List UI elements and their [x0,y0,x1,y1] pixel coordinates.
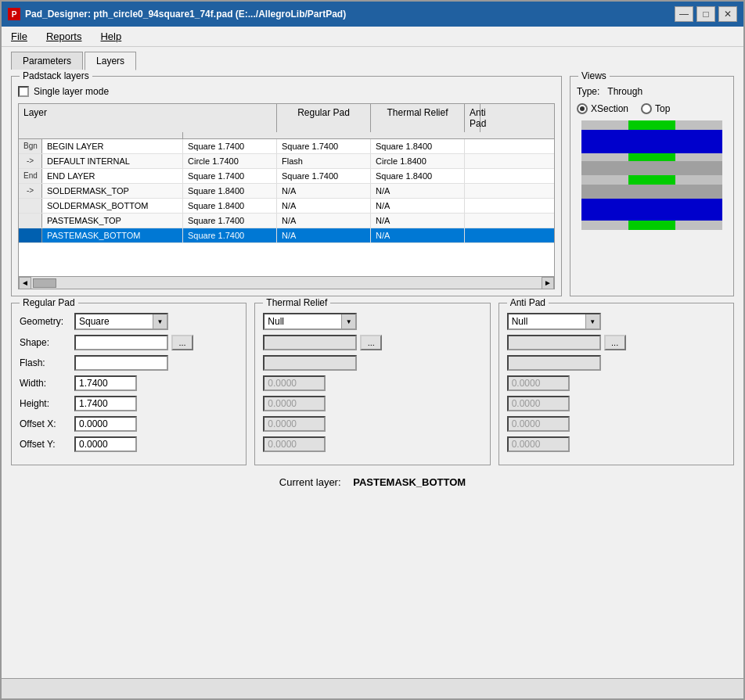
anti-geometry-arrow[interactable]: ▼ [585,314,599,328]
row-thermal-1: Flash [277,154,371,168]
thermal-browse-btn[interactable]: ... [360,335,382,350]
row-layer-3: SOLDERMASK_TOP [42,184,183,198]
row-thermal-6: N/A [277,228,371,242]
geometry-row: Geometry: Square ▼ [20,313,238,330]
scroll-left-arrow[interactable]: ◄ [19,277,31,289]
anti-width-input [507,375,570,391]
table-row[interactable]: -> DEFAULT INTERNAL Circle 1.7400 Flash … [19,154,554,169]
anti-offset-y-input [507,436,570,452]
scroll-thumb-horizontal[interactable] [33,278,56,288]
current-layer-label: Current layer: [279,476,341,488]
shape-input[interactable] [74,335,168,350]
col-scroll-spacer [19,132,183,138]
tab-layers[interactable]: Layers [85,52,136,70]
current-layer-value: PASTEMASK_BOTTOM [353,476,466,488]
anti-offset-y-row [507,436,725,452]
bottom-section: Regular Pad Geometry: Square ▼ Shape: ..… [11,303,734,465]
close-button[interactable]: ✕ [718,6,737,22]
menu-file[interactable]: File [6,29,32,44]
minimize-button[interactable]: — [675,6,693,22]
radio-top-btn[interactable] [641,103,652,114]
single-layer-checkbox[interactable] [18,86,29,97]
table-row[interactable]: -> SOLDERMASK_TOP Square 1.8400 N/A N/A [19,184,554,199]
main-window: P Pad_Designer: pth_circle0_94square1_74… [0,0,745,700]
col-regular: Regular Pad [277,104,371,132]
maximize-button[interactable]: □ [696,6,715,22]
flash-label: Flash: [20,357,74,368]
anti-browse-btn[interactable]: ... [604,335,626,350]
flash-input[interactable] [74,355,168,371]
radio-xsection[interactable]: XSection [577,103,628,114]
offset-x-row: Offset X: [20,416,238,432]
shape-browse-btn[interactable]: ... [171,335,193,350]
row-thermal-4: N/A [277,199,371,213]
row-regular-4: Square 1.8400 [183,199,277,213]
row-label-end: End [19,169,42,183]
thermal-height-input [263,396,326,411]
regular-pad-label: Regular Pad [20,297,78,308]
thermal-geometry-dropdown[interactable]: Null ▼ [263,313,357,330]
padstack-group: Padstack layers Single layer mode Layer … [11,76,562,296]
row-thermal-2: Square 1.7400 [277,169,371,183]
row-regular-0: Square 1.7400 [183,139,277,153]
thermal-geometry-arrow[interactable]: ▼ [341,314,355,328]
row-anti-6: N/A [371,228,465,242]
anti-geometry-value: Null [509,315,585,328]
thermal-shape-input [263,335,357,350]
offset-x-label: Offset X: [20,418,74,429]
thermal-shape-row: ... [263,335,481,350]
row-layer-1: DEFAULT INTERNAL [42,154,183,168]
row-anti-5: N/A [371,214,465,228]
thermal-geometry-value: Null [265,315,341,328]
row-layer-5: PASTEMASK_TOP [42,214,183,228]
offset-x-input[interactable] [74,416,137,432]
row-regular-5: Square 1.7400 [183,214,277,228]
row-label-5 [19,214,42,228]
menu-reports[interactable]: Reports [41,29,87,44]
offset-y-input[interactable] [74,436,137,452]
row-regular-6: Square 1.7400 [183,228,277,242]
geometry-dropdown[interactable]: Square ▼ [74,313,168,330]
status-bar [2,678,743,698]
row-label-4 [19,199,42,213]
cross-section-view [581,120,722,230]
xsection-label: XSection [591,103,628,114]
single-layer-row: Single layer mode [18,86,555,97]
row-anti-1: Circle 1.8400 [371,154,465,168]
table-row[interactable]: PASTEMASK_TOP Square 1.7400 N/A N/A [19,214,554,228]
horizontal-scrollbar[interactable]: ◄ ► [19,276,554,289]
table-body[interactable]: Bgn BEGIN LAYER Square 1.7400 Square 1.7… [19,139,554,276]
radio-top[interactable]: Top [641,103,670,114]
table-row[interactable]: SOLDERMASK_BOTTOM Square 1.8400 N/A N/A [19,199,554,214]
anti-flash-row [507,355,725,371]
geometry-value: Square [76,315,153,328]
tab-parameters[interactable]: Parameters [11,52,83,70]
table-row[interactable]: End END LAYER Square 1.7400 Square 1.740… [19,169,554,184]
row-label-1: -> [19,154,42,168]
anti-pad-label: Anti Pad [507,297,549,308]
views-group: Views Type: Through XSection Top [570,76,734,296]
thermal-width-input [263,375,326,391]
thermal-relief-label: Thermal Relief [263,297,330,308]
row-regular-2: Square 1.7400 [183,169,277,183]
menu-help[interactable]: Help [95,29,126,44]
tab-bar: Parameters Layers [2,47,743,70]
title-bar: P Pad_Designer: pth_circle0_94square1_74… [2,2,743,27]
radio-xsection-btn[interactable] [577,103,588,114]
height-row: Height: [20,396,238,411]
thermal-offset-x-input [263,416,326,432]
thermal-offset-y-input [263,436,326,452]
thermal-offset-y-row [263,436,481,452]
height-input[interactable] [74,396,137,411]
scroll-right-arrow[interactable]: ► [542,277,554,289]
anti-geometry-dropdown[interactable]: Null ▼ [507,313,601,330]
width-input[interactable] [74,375,137,391]
table-row[interactable]: Bgn BEGIN LAYER Square 1.7400 Square 1.7… [19,139,554,154]
anti-offset-x-input [507,416,570,432]
offset-y-label: Offset Y: [20,439,74,450]
col-anti: Anti Pad [465,104,480,132]
table-row[interactable]: PASTEMASK_BOTTOM Square 1.7400 N/A N/A [19,228,554,243]
row-label-6 [19,228,42,242]
geometry-dropdown-arrow[interactable]: ▼ [153,314,167,328]
thermal-width-row [263,375,481,391]
